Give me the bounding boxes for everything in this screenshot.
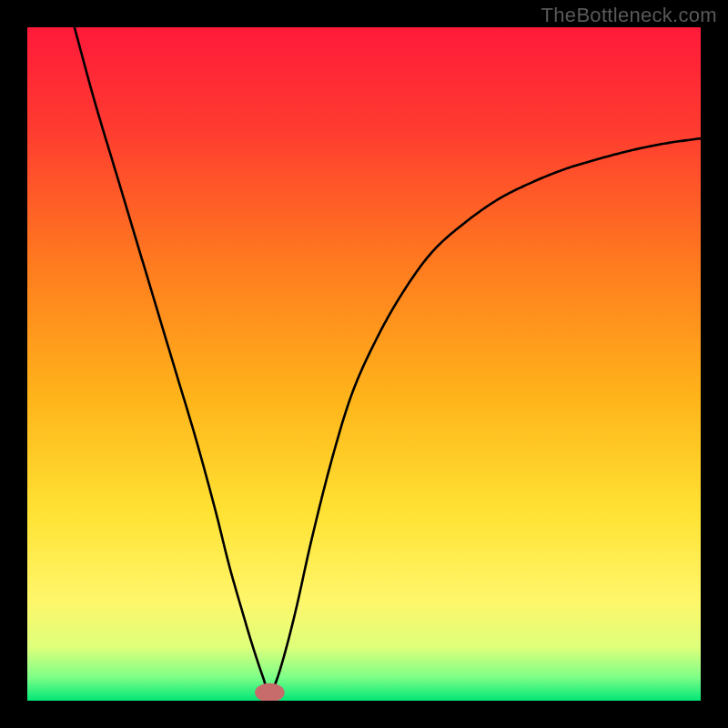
bottleneck-chart: [27, 27, 701, 701]
chart-frame: { "watermark": "TheBottleneck.com", "col…: [0, 0, 728, 728]
plot-area: [27, 27, 701, 701]
watermark-text: TheBottleneck.com: [541, 4, 717, 27]
